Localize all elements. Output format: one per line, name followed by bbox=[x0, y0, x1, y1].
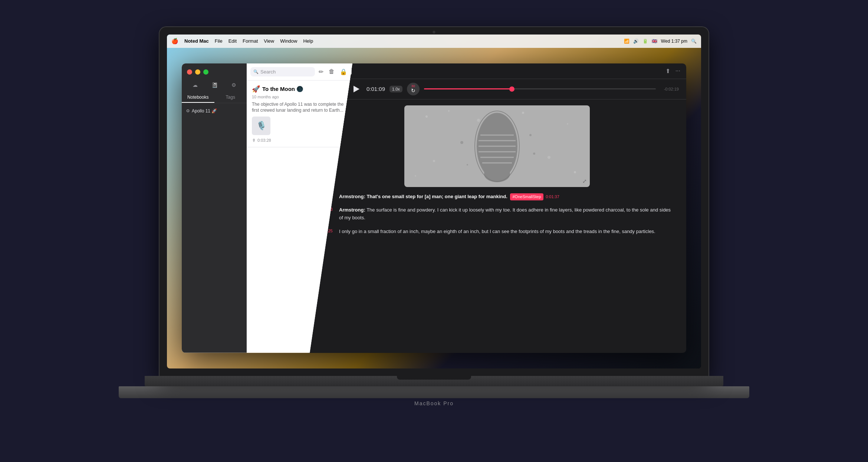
svg-point-2 bbox=[448, 110, 450, 112]
notes-toolbar: 🔍 Search ✏ 🗑 🔒 bbox=[247, 63, 352, 81]
svg-point-22 bbox=[529, 134, 532, 136]
sidebar-icon-row: ☁ 📓 ⚙ bbox=[182, 81, 247, 89]
transcript-text-3: I only go in a small fraction of an inch… bbox=[339, 228, 655, 236]
more-options-icon[interactable]: ··· bbox=[675, 68, 680, 74]
mic-icon: 🎙 bbox=[252, 138, 256, 142]
menubar-wifi: 📶 bbox=[624, 39, 629, 44]
notebook-bullet: ⊙ bbox=[186, 108, 190, 113]
sidebar: ☁ 📓 ⚙ Notebooks Tags ⊙ Apollo 11 🚀 bbox=[182, 63, 247, 353]
expand-image-button[interactable]: ⤢ bbox=[582, 178, 587, 184]
app-name[interactable]: Noted Mac bbox=[184, 38, 209, 44]
svg-point-9 bbox=[415, 175, 416, 177]
apple-menu[interactable]: 🍎 bbox=[171, 38, 178, 45]
right-panel: # Aa ✏ ⬜ ⬆ ··· bbox=[308, 63, 686, 353]
svg-point-5 bbox=[567, 123, 568, 125]
note-title: To the Moon 🌑 bbox=[262, 86, 303, 92]
note-emoji: 🚀 bbox=[252, 85, 260, 93]
search-placeholder: Search bbox=[260, 69, 276, 75]
menu-window[interactable]: Window bbox=[280, 38, 297, 44]
screen-bezel: 🍎 Noted Mac File Edit Format View Window… bbox=[160, 27, 708, 376]
svg-point-11 bbox=[484, 166, 510, 182]
lock-button[interactable]: 🔒 bbox=[338, 68, 349, 76]
sidebar-notebook-item[interactable]: ⊙ Apollo 11 🚀 bbox=[182, 106, 247, 116]
notebook-icon[interactable]: 📓 bbox=[211, 82, 218, 88]
skip-forward-button[interactable]: 30 ↻ bbox=[407, 83, 420, 95]
svg-point-21 bbox=[467, 164, 468, 166]
menu-view[interactable]: View bbox=[264, 38, 274, 44]
menubar-volume: 🔊 bbox=[633, 39, 639, 44]
menu-format[interactable]: Format bbox=[243, 38, 258, 44]
play-button[interactable] bbox=[349, 83, 362, 95]
editor-toolbar: # Aa ✏ ⬜ ⬆ ··· bbox=[308, 63, 686, 79]
settings-icon[interactable]: ⚙ bbox=[231, 82, 236, 88]
menu-help[interactable]: Help bbox=[303, 38, 313, 44]
fullscreen-button[interactable] bbox=[203, 69, 208, 75]
laptop: 🍎 Noted Mac File Edit Format View Window… bbox=[119, 27, 749, 435]
menubar-time: Wed 1:37 pm bbox=[661, 39, 687, 44]
svg-point-6 bbox=[433, 160, 435, 162]
webcam bbox=[433, 31, 435, 33]
svg-point-4 bbox=[522, 112, 524, 114]
attachment-emoji: 🎙️ bbox=[256, 121, 266, 131]
svg-point-19 bbox=[460, 141, 463, 144]
delete-button[interactable]: 🗑 bbox=[327, 68, 336, 76]
note-date: 10 months ago bbox=[252, 95, 347, 99]
laptop-base bbox=[119, 386, 749, 398]
transcript-entry-3: 0:02:25 I only go in a small fraction of… bbox=[319, 228, 675, 236]
time-remaining: -0:02:19 bbox=[664, 87, 679, 91]
screen: 🍎 Noted Mac File Edit Format View Window… bbox=[167, 35, 701, 368]
editor-toolbar-right: ⬆ ··· bbox=[665, 68, 680, 75]
transcript-tag-1[interactable]: #OneSmallStep bbox=[510, 193, 543, 201]
traffic-lights bbox=[182, 66, 247, 81]
search-bar[interactable]: 🔍 Search bbox=[250, 67, 315, 76]
attachment-thumbnail: 🎙️ bbox=[252, 117, 270, 135]
menubar-flag: 🇬🇧 bbox=[652, 39, 657, 44]
progress-thumb[interactable] bbox=[509, 86, 514, 92]
compose-button[interactable]: ✏ bbox=[317, 68, 325, 76]
app-window: ☁ 📓 ⚙ Notebooks Tags ⊙ Apollo 11 🚀 bbox=[182, 63, 686, 353]
note-card[interactable]: 🚀 To the Moon 🌑 10 months ago The object… bbox=[247, 81, 352, 148]
transcript-text-1: Armstrong: That's one small step for [a]… bbox=[339, 193, 559, 201]
menu-edit[interactable]: Edit bbox=[228, 38, 237, 44]
menubar-battery: 🔋 bbox=[642, 39, 648, 44]
play-icon bbox=[354, 86, 359, 92]
current-time: 0:01:09 bbox=[366, 86, 385, 92]
search-icon: 🔍 bbox=[253, 69, 259, 74]
share-icon[interactable]: ⬆ bbox=[665, 68, 670, 75]
laptop-notch bbox=[397, 376, 471, 380]
duration-text: 0:03:28 bbox=[257, 138, 271, 142]
svg-point-8 bbox=[574, 171, 576, 173]
transcript-bold-text-1: That's one small step for [a] man; one g… bbox=[366, 194, 507, 199]
progress-container[interactable] bbox=[424, 88, 656, 89]
svg-point-3 bbox=[477, 119, 480, 122]
svg-point-7 bbox=[548, 156, 550, 159]
sidebar-tab-tags[interactable]: Tags bbox=[214, 92, 247, 103]
tag-time-1: 0:01:37 bbox=[546, 194, 559, 199]
minimize-button[interactable] bbox=[195, 69, 200, 75]
note-title-row: 🚀 To the Moon 🌑 bbox=[252, 85, 347, 93]
svg-point-20 bbox=[533, 153, 535, 155]
speed-button[interactable]: 1.0x bbox=[389, 86, 402, 92]
laptop-brand-text: MacBook Pro bbox=[414, 400, 454, 406]
progress-track[interactable] bbox=[424, 88, 656, 89]
audio-player: ↺ 30 0:01:09 1.0x bbox=[308, 79, 686, 99]
speaker-2: Armstrong: bbox=[339, 207, 365, 213]
sidebar-tab-notebooks[interactable]: Notebooks bbox=[182, 92, 214, 103]
menubar-right: 📶 🔊 🔋 🇬🇧 Wed 1:37 pm 🔍 bbox=[624, 39, 697, 44]
transcript-entry-2: 0:02:03 Armstrong: The surface is fine a… bbox=[319, 206, 675, 222]
menubar-search[interactable]: 🔍 bbox=[691, 39, 697, 44]
cloud-icon[interactable]: ☁ bbox=[193, 82, 198, 88]
notebook-name: Apollo 11 🚀 bbox=[192, 108, 217, 114]
laptop-bottom-lip bbox=[145, 376, 723, 386]
menu-file[interactable]: File bbox=[215, 38, 223, 44]
close-button[interactable] bbox=[187, 69, 192, 75]
menubar: 🍎 Noted Mac File Edit Format View Window… bbox=[167, 35, 701, 48]
note-image: ⤢ bbox=[404, 105, 590, 187]
transcript-body-3: I only go in a small fraction of an inch… bbox=[339, 229, 655, 234]
footprint-svg bbox=[404, 105, 590, 187]
svg-point-1 bbox=[425, 115, 428, 118]
editor-content: ⤢ 0:01:37 Armstrong: That's one small st… bbox=[308, 99, 686, 353]
note-attachment: 🎙️ bbox=[252, 117, 347, 135]
transcript-body-2: The surface is fine and powdery. I can k… bbox=[339, 207, 671, 220]
menubar-left: 🍎 Noted Mac File Edit Format View Window… bbox=[171, 38, 313, 45]
